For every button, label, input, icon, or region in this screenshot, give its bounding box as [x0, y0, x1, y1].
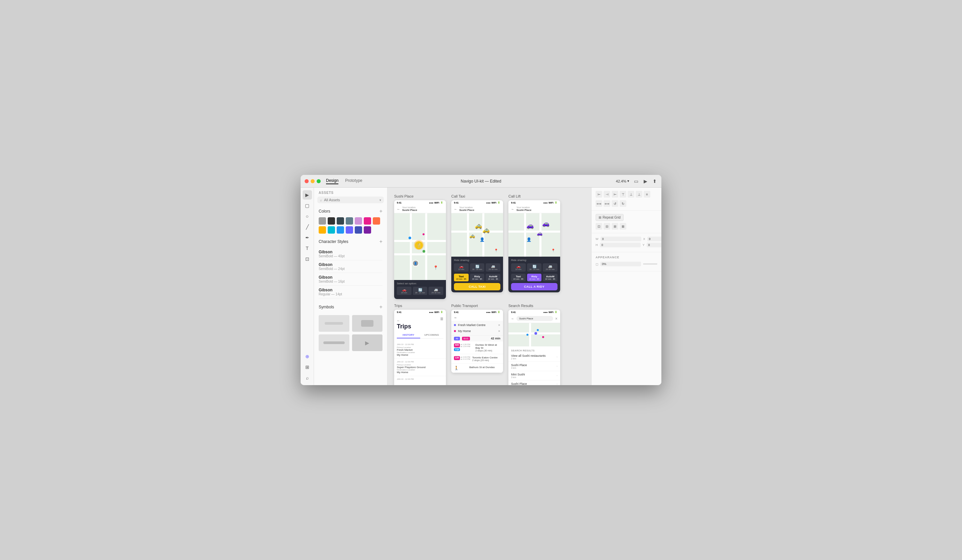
transport-van-2[interactable]: 🚐 25-30 min: [486, 263, 500, 272]
component-btn-2[interactable]: ⊟: [604, 223, 610, 230]
swatch-darkblue[interactable]: [337, 217, 344, 225]
component-tool[interactable]: ⊕: [303, 352, 312, 361]
symbol-1[interactable]: [319, 315, 349, 332]
align-left[interactable]: ⊢: [596, 191, 602, 198]
transport-van[interactable]: 🚐 25-30 min: [429, 286, 443, 295]
search-tool[interactable]: ⌕: [303, 373, 312, 383]
component-btn-1[interactable]: ⊡: [596, 223, 602, 230]
add-char-style-button[interactable]: +: [379, 239, 383, 244]
flip-h[interactable]: ⟺: [596, 200, 602, 207]
minimize-button[interactable]: [311, 179, 315, 183]
preview-icon[interactable]: ▭: [633, 179, 639, 184]
lift-ridy[interactable]: Ridy 22 min - $5: [527, 274, 542, 281]
distribute-h[interactable]: ≡: [644, 191, 650, 198]
call-lift-frame[interactable]: 9:41 ●●●WiFi🔋 ← Your location Sushi Plac…: [508, 200, 560, 292]
call-lift-button[interactable]: CALL A RIDY: [511, 283, 557, 290]
select-tool[interactable]: ▶: [303, 190, 312, 200]
opacity-input[interactable]: [600, 262, 641, 266]
trips-tab-history[interactable]: HISTORY: [397, 332, 420, 338]
tab-prototype[interactable]: Prototype: [345, 178, 362, 184]
close-button[interactable]: [305, 179, 308, 183]
public-transport-frame[interactable]: 9:41 ●●●WiFi🔋 ← Fresh Market Centre: [451, 310, 503, 373]
h-input[interactable]: [600, 243, 641, 247]
rectangle-tool[interactable]: ▢: [303, 201, 312, 210]
align-right[interactable]: ⊢: [612, 191, 618, 198]
transport-car-3[interactable]: 🚗 15 min: [511, 263, 526, 272]
search-bar[interactable]: Sushi Place: [517, 316, 553, 321]
transform-tool[interactable]: ⊡: [303, 254, 312, 264]
rotate-l[interactable]: ↺: [612, 200, 618, 207]
transport-share-3[interactable]: 🔄 18 - 25 min: [527, 263, 542, 272]
call-taxi-button[interactable]: CALL TAXI: [454, 283, 500, 290]
line-tool[interactable]: ╱: [303, 222, 312, 232]
search-results-frame[interactable]: 9:41 ●●●WiFi🔋 ← Sushi Place ×: [508, 310, 560, 385]
component-btn-3[interactable]: ⊞: [612, 223, 618, 230]
search-close-icon[interactable]: ×: [555, 316, 557, 321]
trips-tab-upcoming[interactable]: UPCOMING: [420, 332, 444, 338]
tab-all[interactable]: All: [454, 337, 460, 340]
layers-icon[interactable]: ⊞: [303, 362, 312, 372]
assets-search[interactable]: ⌕ ▾: [317, 196, 384, 203]
ride-taxi[interactable]: Taxi 22 min - $5: [454, 274, 469, 281]
symbol-4[interactable]: ▶: [352, 335, 383, 351]
swatch-pink[interactable]: [364, 217, 371, 225]
transport-car[interactable]: 🚗 15 min: [397, 286, 412, 295]
add-color-button[interactable]: +: [379, 209, 383, 214]
search-input[interactable]: [324, 198, 378, 202]
pen-tool[interactable]: ✒: [303, 233, 312, 242]
char-style-1[interactable]: Gibson SemiBold — 40pt: [319, 248, 383, 260]
call-taxi-frame[interactable]: 9:41 ●●●WiFi🔋 ← Your location Sushi Plac…: [451, 200, 503, 292]
transport-car-2[interactable]: 🚗 15 min: [454, 263, 469, 272]
rotate-r[interactable]: ↻: [620, 200, 626, 207]
char-style-2[interactable]: Gibson SemiBold — 24pt: [319, 260, 383, 273]
w-input[interactable]: [600, 237, 641, 241]
swatch-blue[interactable]: [337, 226, 344, 233]
trips-frame[interactable]: 9:41 ●●●WiFi🔋 ← ☰ Trips HISTORY UPCOMING: [394, 310, 446, 385]
symbol-3[interactable]: [319, 335, 349, 351]
zoom-control[interactable]: 42.4% ▾: [616, 179, 629, 183]
align-top[interactable]: ⊤: [620, 191, 626, 198]
maximize-button[interactable]: [317, 179, 321, 183]
swatch-cyan[interactable]: [328, 226, 335, 233]
swatch-purple[interactable]: [355, 217, 362, 225]
x-input[interactable]: [647, 237, 661, 241]
lift-taxi[interactable]: Taxi 22 min - $5: [511, 274, 526, 281]
flip-v[interactable]: ⟺: [604, 200, 610, 207]
search-result-2[interactable]: Sushi Place 3 km ›: [508, 362, 560, 371]
ride-autom[interactable]: AutoM 22 min - $5: [486, 274, 500, 281]
share-icon[interactable]: ⬆: [652, 179, 657, 184]
search-result-3[interactable]: Mini Sushi 3 km ›: [508, 371, 560, 380]
transport-van-3[interactable]: 🚐 25-30 min: [543, 263, 557, 272]
ellipse-tool[interactable]: ○: [303, 212, 312, 221]
align-bottom[interactable]: ⊥: [636, 191, 642, 198]
transport-share-2[interactable]: 🔄 18 - 25 min: [470, 263, 485, 272]
swatch-darkpurple[interactable]: [364, 226, 371, 233]
swatch-deepblue[interactable]: [355, 226, 362, 233]
char-style-4[interactable]: Gibson Regular — 14pt: [319, 286, 383, 298]
swatch-yellow[interactable]: [319, 226, 326, 233]
align-center-v[interactable]: ⊥: [628, 191, 634, 198]
lift-autom[interactable]: AutoM 22 min - $5: [543, 274, 557, 281]
align-center-h[interactable]: ⊣: [604, 191, 610, 198]
transport-share[interactable]: 🔄 18 - 25 min: [413, 286, 428, 295]
symbol-2[interactable]: [352, 315, 383, 332]
tab-design[interactable]: Design: [326, 178, 338, 184]
tab-bus[interactable]: BUS: [462, 337, 470, 340]
ride-ridy[interactable]: Ridy 22 min - $5: [470, 274, 485, 281]
swatch-indigo[interactable]: [346, 226, 353, 233]
swatch-bluegray[interactable]: [346, 217, 353, 225]
add-symbol-button[interactable]: +: [379, 304, 383, 310]
swatch-dark[interactable]: [328, 217, 335, 225]
opacity-slider[interactable]: [643, 263, 657, 265]
search-result-1[interactable]: View all Sushi restaurants 2 km ›: [508, 352, 560, 362]
component-btn-4[interactable]: ⊠: [620, 223, 626, 230]
text-tool[interactable]: T: [303, 244, 312, 253]
swatch-gray[interactable]: [319, 217, 326, 225]
sushi-place-frame[interactable]: 9:41 ●●●WiFi🔋 ← Your location Sushi Plac…: [394, 200, 446, 299]
y-input[interactable]: [647, 243, 661, 247]
play-icon[interactable]: ▶: [643, 179, 648, 184]
repeat-grid-button[interactable]: ⊞ Repeat Grid: [596, 214, 624, 221]
char-style-3[interactable]: Gibson SemiBold — 16pt: [319, 273, 383, 286]
search-result-4[interactable]: Sushi Place ›: [508, 380, 560, 385]
swatch-orange[interactable]: [373, 217, 380, 225]
